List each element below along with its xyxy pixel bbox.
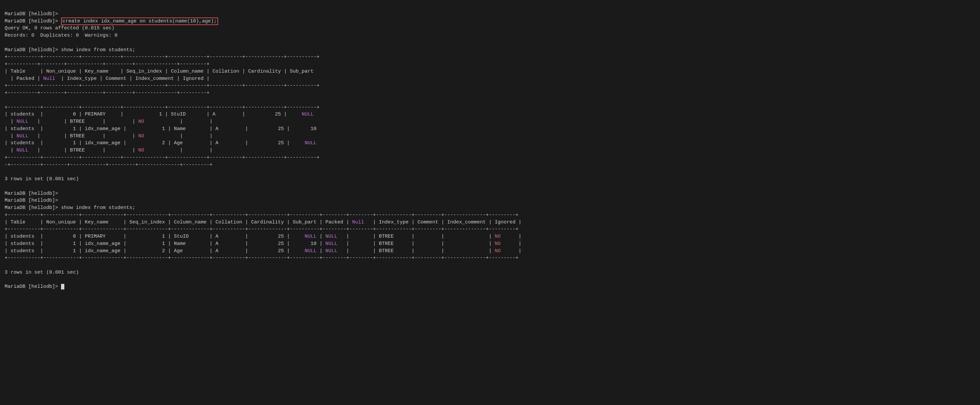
- line-16: | NULL | | BTREE | | NO | |: [5, 133, 213, 139]
- line-30: | students | 1 | idx_name_age | 2 | Age …: [5, 248, 521, 254]
- line-5: MariaDB [hellodb]> show index from stude…: [5, 47, 135, 53]
- line-4: Records: 0 Duplicates: 0 Warnings: 0: [5, 33, 118, 38]
- line-17: | students | 1 | idx_name_age | 2 | Age …: [5, 140, 317, 146]
- line-25: +-----------+------------+--------------…: [5, 212, 519, 218]
- line-6: +-----------+------------+-------------+…: [5, 54, 320, 60]
- line-32: 3 rows in set (0.001 sec): [5, 269, 79, 275]
- line-1: MariaDB [hellodb]>: [5, 11, 58, 17]
- line-21: 3 rows in set (0.001 sec): [5, 176, 79, 182]
- line-20: -+----------+--------+------------+-----…: [5, 162, 213, 168]
- line-31: +-----------+------------+--------------…: [5, 255, 519, 261]
- line-7: +----------+--------+------------+------…: [5, 61, 210, 67]
- line-28: | students | 0 | PRIMARY | 1 | StuID | A…: [5, 234, 521, 239]
- line-15: | students | 1 | idx_name_age | 1 | Name…: [5, 126, 317, 132]
- line-13: | students | 0 | PRIMARY | 1 | StuID | A…: [5, 112, 313, 117]
- line-24: MariaDB [hellodb]> show index from stude…: [5, 205, 135, 210]
- line-2: MariaDB [hellodb]> create index idx_name…: [5, 18, 218, 25]
- line-19: +-----------+------------+-------------+…: [5, 155, 320, 160]
- line-33: MariaDB [hellodb]>: [5, 284, 64, 289]
- line-8: | Table | Non_unique | Key_name | Seq_in…: [5, 69, 313, 74]
- line-18: | NULL | | BTREE | | NO | |: [5, 148, 213, 153]
- cursor: [61, 284, 64, 289]
- line-10: +-----------+------------+-------------+…: [5, 83, 320, 88]
- line-22: MariaDB [hellodb]>: [5, 191, 58, 196]
- line-9: | Packed | Null | Index_type | Comment |…: [5, 76, 210, 81]
- line-26: | Table | Non_unique | Key_name | Seq_in…: [5, 220, 521, 225]
- line-27: +-----------+------------+--------------…: [5, 226, 519, 232]
- terminal-window: MariaDB [hellodb]> MariaDB [hellodb]> cr…: [5, 3, 975, 290]
- line-12: +-----------+------------+-------------+…: [5, 105, 320, 110]
- line-14: | NULL | | BTREE | | NO | |: [5, 119, 213, 124]
- line-29: | students | 1 | idx_name_age | 1 | Name…: [5, 241, 521, 247]
- line-11: +----------+--------+------------+------…: [5, 90, 210, 96]
- line-3: Query OK, 0 rows affected (0.015 sec): [5, 26, 115, 31]
- line-23: MariaDB [hellodb]>: [5, 198, 58, 203]
